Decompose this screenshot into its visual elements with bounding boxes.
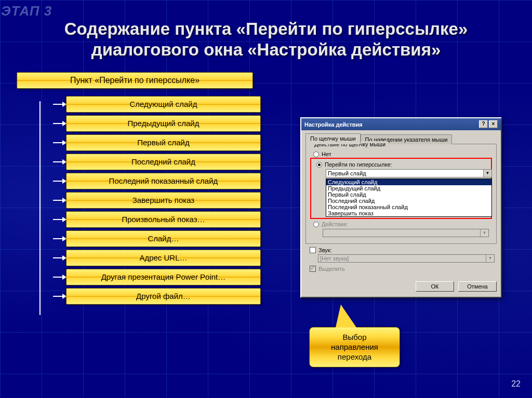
page-number: 22	[511, 379, 521, 389]
radio-hyperlink[interactable]	[316, 162, 322, 168]
combo-selected-value: Первый слайд	[326, 170, 483, 177]
list-item: Слайд…	[66, 230, 261, 247]
cancel-button[interactable]: Отмена	[458, 281, 497, 292]
callout-text: Выбор	[342, 333, 366, 341]
sound-combo: [Нет звука] ▼	[318, 254, 495, 263]
list-item: Последний слайд	[66, 154, 261, 170]
action-combo: ▼	[323, 229, 489, 237]
arrow-icon	[53, 104, 63, 105]
root-item: Пункт «Перейти по гиперссылке»	[17, 72, 253, 89]
dropdown-option[interactable]: Последний показанный слайд	[326, 204, 491, 210]
dialog-title-text: Настройка действия	[304, 121, 363, 128]
chevron-down-icon: ▼	[486, 255, 494, 262]
radio-action	[313, 222, 319, 227]
sound-checkbox[interactable]	[310, 247, 316, 253]
highlight-checkbox	[310, 266, 316, 272]
arrow-icon	[53, 219, 63, 220]
slide-title: Содержание пункта «Перейти по гиперссылк…	[0, 0, 532, 65]
dialog-titlebar: Настройка действия ? ×	[301, 118, 501, 130]
stage-watermark: ЭТАП 3	[1, 3, 52, 19]
dropdown-option[interactable]: Первый слайд	[326, 191, 491, 198]
list-item: Другая презентация Power Point…	[66, 269, 261, 285]
radio-hyperlink-label: Перейти по гиперссылке:	[325, 161, 392, 168]
arrow-icon	[53, 238, 63, 239]
radio-none-label: Нет	[322, 151, 331, 157]
list-item: Адрес URL…	[66, 250, 261, 266]
highlight-label: Выделить	[318, 266, 345, 272]
dropdown-option[interactable]: Следующий слайд	[326, 179, 491, 185]
list-item: Произвольный показ…	[66, 211, 261, 228]
hyperlink-combo[interactable]: Первый слайд ▼	[326, 169, 492, 177]
list-item: Последний показанный слайд	[66, 173, 261, 189]
arrow-icon	[53, 296, 63, 297]
help-button[interactable]: ?	[479, 120, 488, 128]
title-line-1: Содержание пункта «Перейти по гиперссылк…	[64, 19, 468, 38]
hyperlink-dropdown-list[interactable]: Следующий слайд Предыдущий слайд Первый …	[326, 179, 492, 217]
click-action-group: Действие по щелчку мыши Нет Перейти по г…	[305, 144, 497, 244]
callout-text: направления	[331, 342, 378, 351]
arrow-icon	[53, 161, 63, 162]
arrow-icon	[53, 123, 63, 124]
callout-bubble: Выбор направления перехода	[309, 327, 400, 367]
arrow-icon	[53, 277, 63, 278]
title-line-2: диалогового окна «Настройка действия»	[91, 40, 441, 59]
connector-trunk	[39, 101, 41, 315]
list-item: Другой файл…	[66, 288, 261, 305]
callout-text: перехода	[338, 352, 371, 361]
chevron-down-icon: ▼	[480, 229, 488, 237]
arrow-icon	[53, 142, 63, 143]
arrow-icon	[53, 257, 63, 258]
radio-none[interactable]	[313, 152, 319, 157]
tab-on-click[interactable]: По щелчку мыши	[305, 133, 361, 144]
ok-button[interactable]: ОК	[416, 281, 454, 292]
sound-combo-value: [Нет звука]	[318, 255, 486, 262]
action-combo-value	[323, 229, 480, 237]
sound-label: Звук:	[318, 247, 332, 253]
dropdown-option[interactable]: Предыдущий слайд	[326, 185, 491, 191]
close-button[interactable]: ×	[489, 120, 498, 128]
list-item: Предыдущий слайд	[66, 115, 261, 132]
arrow-icon	[53, 181, 63, 182]
list-item: Первый слайд	[66, 134, 261, 151]
dropdown-option[interactable]: Завершить показ	[326, 210, 491, 216]
dropdown-option[interactable]: Последний слайд	[326, 198, 491, 204]
hierarchy-diagram: Пункт «Перейти по гиперссылке» Следующий…	[17, 72, 261, 305]
list-item: Следующий слайд	[66, 96, 261, 113]
radio-action-label: Действие:	[322, 221, 348, 227]
arrow-icon	[53, 200, 63, 201]
action-settings-dialog: Настройка действия ? × По щелчку мыши По…	[300, 117, 502, 298]
list-item: Завершить показ	[66, 192, 261, 209]
chevron-down-icon[interactable]: ▼	[483, 170, 491, 177]
highlight-frame: Перейти по гиперссылке: Первый слайд ▼ С…	[310, 158, 492, 219]
